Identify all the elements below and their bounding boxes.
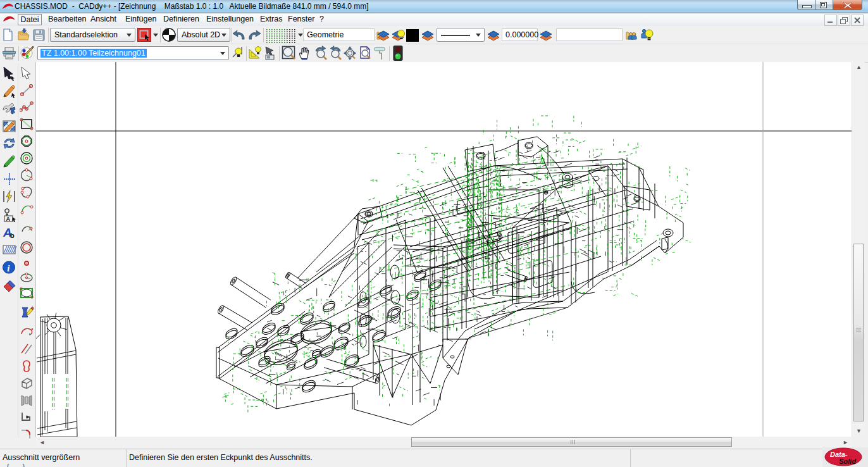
- svg-text:Solid: Solid: [839, 458, 856, 465]
- svg-text:A: A: [6, 216, 11, 222]
- svg-text:b: b: [10, 232, 15, 239]
